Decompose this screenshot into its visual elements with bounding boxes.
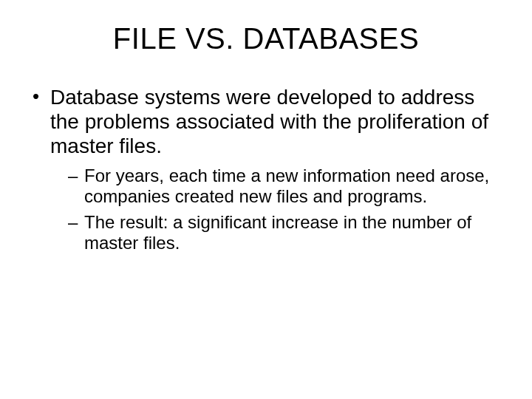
list-item: For years, each time a new information n… <box>68 166 502 208</box>
bullet-text: The result: a significant increase in th… <box>84 212 471 253</box>
list-item: The result: a significant increase in th… <box>68 212 502 254</box>
bullet-text: Database systems were developed to addre… <box>50 86 488 157</box>
slide: FILE VS. DATABASES Database systems were… <box>0 0 532 399</box>
slide-title: FILE VS. DATABASES <box>22 22 510 55</box>
bullet-list-level2: For years, each time a new information n… <box>50 166 502 253</box>
list-item: Database systems were developed to addre… <box>30 85 502 253</box>
bullet-list-level1: Database systems were developed to addre… <box>22 85 510 253</box>
bullet-text: For years, each time a new information n… <box>84 166 489 206</box>
